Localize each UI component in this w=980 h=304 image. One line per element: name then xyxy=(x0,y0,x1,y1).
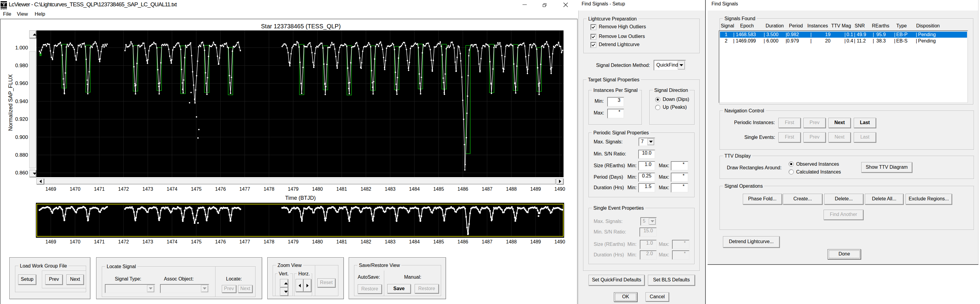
svg-text:0.880: 0.880 xyxy=(15,152,28,158)
svg-text:0.980: 0.980 xyxy=(15,63,28,68)
svg-text:1469: 1469 xyxy=(46,186,56,192)
svg-text:1490: 1490 xyxy=(555,239,565,244)
svg-text:1487: 1487 xyxy=(482,186,493,192)
svg-text:1486: 1486 xyxy=(457,239,468,244)
svg-text:1477: 1477 xyxy=(239,239,250,244)
svg-text:1489: 1489 xyxy=(530,186,541,192)
svg-text:1474: 1474 xyxy=(167,239,178,244)
svg-text:0.920: 0.920 xyxy=(15,116,28,122)
svg-text:Time (BTJD): Time (BTJD) xyxy=(285,195,315,201)
svg-text:1488: 1488 xyxy=(506,186,517,192)
svg-text:1471: 1471 xyxy=(94,239,105,244)
svg-text:1470: 1470 xyxy=(70,239,80,244)
svg-text:1481: 1481 xyxy=(336,186,347,192)
svg-text:0.860: 0.860 xyxy=(15,170,28,176)
svg-text:1476: 1476 xyxy=(215,186,226,192)
svg-text:1477: 1477 xyxy=(239,186,250,192)
svg-text:1470: 1470 xyxy=(70,186,80,192)
svg-text:1486: 1486 xyxy=(457,186,468,192)
svg-text:1482: 1482 xyxy=(360,239,371,244)
svg-text:1472: 1472 xyxy=(118,239,129,244)
svg-text:1480: 1480 xyxy=(312,186,323,192)
svg-text:1.000: 1.000 xyxy=(15,45,28,51)
svg-text:1476: 1476 xyxy=(215,239,226,244)
svg-text:1472: 1472 xyxy=(118,186,129,192)
svg-text:0.900: 0.900 xyxy=(15,134,28,140)
svg-text:1480: 1480 xyxy=(312,239,323,244)
svg-text:1489: 1489 xyxy=(530,239,541,244)
svg-text:1479: 1479 xyxy=(288,186,299,192)
svg-text:1488: 1488 xyxy=(506,239,517,244)
svg-text:1484: 1484 xyxy=(409,239,420,244)
svg-text:1487: 1487 xyxy=(482,239,493,244)
svg-text:1482: 1482 xyxy=(360,186,371,192)
svg-text:1485: 1485 xyxy=(433,239,444,244)
svg-text:0.960: 0.960 xyxy=(15,80,28,86)
svg-text:1469: 1469 xyxy=(46,239,56,244)
svg-text:1478: 1478 xyxy=(264,239,275,244)
svg-text:1481: 1481 xyxy=(336,239,347,244)
svg-text:1471: 1471 xyxy=(94,186,105,192)
svg-text:1474: 1474 xyxy=(167,186,178,192)
svg-text:1478: 1478 xyxy=(264,186,275,192)
svg-text:1473: 1473 xyxy=(143,239,153,244)
svg-text:1473: 1473 xyxy=(143,186,153,192)
svg-text:1490: 1490 xyxy=(555,186,565,192)
svg-text:1485: 1485 xyxy=(433,186,444,192)
svg-text:1475: 1475 xyxy=(191,239,202,244)
svg-text:0.940: 0.940 xyxy=(15,99,28,104)
svg-text:1484: 1484 xyxy=(409,186,420,192)
svg-text:1483: 1483 xyxy=(385,239,396,244)
svg-text:1479: 1479 xyxy=(288,239,299,244)
svg-text:1475: 1475 xyxy=(191,186,202,192)
svg-text:1483: 1483 xyxy=(385,186,396,192)
